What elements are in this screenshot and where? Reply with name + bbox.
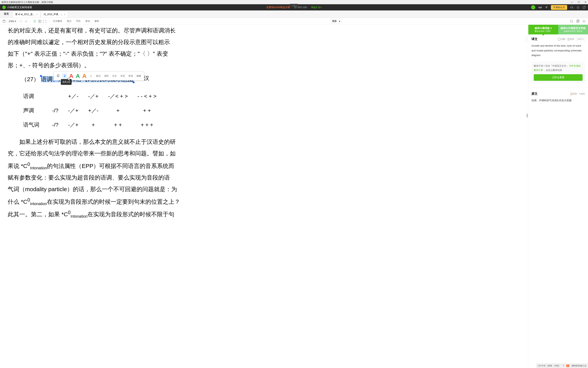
separator (49, 19, 49, 23)
ime-indicator[interactable]: CH 中文（简体，中国） (538, 364, 561, 367)
close-icon[interactable]: ✕ (585, 1, 587, 3)
selection-toolbar: A A A 笔记 语料 引文 术语 单词 搜索 汉 高亮 (H) (54, 72, 144, 80)
mouse-cursor-icon (68, 77, 70, 81)
view-select[interactable]: 视图 ▾ (330, 19, 342, 24)
sogou-icon: S (566, 365, 569, 367)
paragraph-text: 赋有参数变化：要么实现为超音段的语调、要么实现为音段的语 (8, 172, 520, 184)
app-logo-icon (2, 6, 6, 9)
ime-name[interactable]: 搜狗拼音输入法 (571, 364, 587, 367)
term-button[interactable]: 术语 (119, 73, 126, 79)
cell: + + (133, 104, 161, 118)
cell: + (104, 104, 132, 118)
checkbox[interactable] (558, 38, 560, 40)
paragraph-text: 气词（modality particle）的话，那么一个不可回避的问题就是：为 (8, 184, 520, 195)
cell: -／< + > (104, 89, 132, 103)
settings-icon[interactable] (582, 19, 586, 23)
expand-storage-link[interactable]: 网盘扩容> (311, 6, 322, 9)
cell: +／- (83, 104, 103, 118)
screenshot-icon[interactable] (43, 19, 46, 23)
svg-rect-2 (38, 20, 40, 22)
tab-close-icon[interactable]: × (36, 13, 38, 16)
panel-tab-general[interactable]: 鲸译AI通用版 ▾ 覆盖全领域 | 范围广 (528, 25, 558, 34)
scrollbar-thumb[interactable] (527, 114, 528, 118)
headset-icon[interactable] (570, 6, 573, 9)
document-viewer[interactable]: 长的对应天糸，还是有案可楷，有史可证的。尽管声调和语调消长 的准确时间难以遽定，… (0, 25, 528, 368)
user-avatar[interactable] (531, 5, 535, 9)
tab-document-1[interactable]: 曹 et al_2012_普... × (13, 11, 40, 18)
cta-button[interactable]: 立即去看看 (534, 74, 583, 81)
translation-panel: › 鲸译AI通用版 ▾ 覆盖全领域 | 范围广 鲸译AI中国语言文学版 自建学科… (528, 25, 588, 368)
cite-button[interactable]: 引文 (111, 73, 118, 79)
divider (528, 87, 588, 88)
copy-button[interactable]: 📋复制 (567, 38, 574, 41)
notes-button[interactable]: 笔记 (65, 19, 73, 24)
cell: -/? (47, 118, 63, 132)
write-button[interactable]: 写作 (75, 19, 82, 24)
paragraph-text: 形；+、- 符号的多少表强弱）。 (8, 60, 520, 71)
bell-icon[interactable] (576, 6, 579, 9)
paragraph-text: 如下（"+" 表示正值；"-" 表示负值；"?" 表不确定；"〈 〉" 表变 (8, 48, 520, 60)
minimize-icon[interactable]: — (571, 1, 573, 3)
copy-button[interactable]: 📋复制 (570, 92, 577, 95)
active-indicator (542, 34, 545, 36)
speed-read-button[interactable]: 速读 (84, 19, 91, 24)
save-icon[interactable] (2, 19, 6, 23)
cell: - - < + > (133, 89, 161, 103)
svg-point-4 (570, 20, 572, 22)
zoom-out-button[interactable]: − (19, 19, 23, 23)
tab-document-2[interactable]: 冯_2015_声调、... × (41, 11, 68, 18)
selection-handle-start[interactable] (40, 75, 42, 77)
main-toolbar: 276% ▾ − + 全文翻译 笔记 写作 速读 解析 视图 ▾ (0, 18, 588, 25)
word-button[interactable]: 单词 (127, 73, 134, 79)
item-number: （27） (21, 76, 39, 82)
note-button[interactable]: 笔记 (95, 73, 102, 79)
link-button[interactable] (88, 73, 94, 79)
font-size-select[interactable]: 14号 ▾ (576, 37, 585, 41)
cell: +／- (63, 89, 83, 103)
window-titlebar: 鲸英文文献阅读器V2.1.3-高效读文献，就用小绿鲸 — ☐ ✕ (0, 0, 588, 4)
translation-text: Growth and decline of the tone, tone of … (531, 44, 585, 58)
maximize-icon[interactable]: ☐ (578, 1, 580, 3)
tab-label: 曹 et al_2012_普... (15, 13, 35, 16)
zoom-select[interactable]: 276% ▾ (7, 19, 17, 23)
full-translate-button[interactable]: 全文翻译 (51, 19, 64, 24)
highlight-button[interactable] (62, 73, 67, 79)
table-row: 声调 -/? -／+ +／- + + + (18, 104, 161, 118)
edit-button[interactable]: ✎修改 (579, 92, 585, 95)
corpus-button[interactable]: 语料 (103, 73, 110, 79)
suggestion-box: 翻译不准？试试『中国语言文学』 学科专属的翻译引擎 ，自定义翻译结果 立即去看看 (531, 62, 585, 83)
suggest-text: ，自定义翻译结果 (544, 69, 562, 72)
analyze-button[interactable]: 解析 (93, 19, 101, 24)
paragraph-text: 果说 *C0Intonation的句法属性（EPP）可根据不同语言的音系系统而 (8, 159, 520, 172)
chevron-down-icon: ▾ (339, 20, 340, 23)
cell: -／+ (83, 89, 103, 103)
help-icon[interactable]: ? (563, 365, 564, 367)
continuous-translate-checkbox[interactable]: 连翻 (558, 38, 565, 41)
data-table: 语调 +／- -／+ -／< + > - - < + > 声调 -/? -／+ … (18, 89, 162, 132)
upgrade-button[interactable]: 开通鲸会员 (551, 5, 567, 10)
text-color-green[interactable]: A (75, 73, 80, 79)
search-button[interactable]: 搜索 (135, 73, 142, 79)
search-icon[interactable] (570, 19, 573, 23)
tab-home[interactable]: 首页 (0, 10, 13, 18)
panel-collapse-button[interactable]: › (526, 36, 528, 42)
text-color-orange[interactable]: A (82, 73, 87, 79)
copy-button[interactable] (55, 73, 61, 79)
document-tabs: 首页 曹 et al_2012_普... × 冯_2015_声调、... × (0, 10, 588, 18)
zoom-in-button[interactable]: + (24, 19, 28, 23)
text-cursor-icon[interactable] (33, 19, 36, 23)
panel-tab-specialized[interactable]: 鲸译AI中国语言文学版 自建学科术语 | 更专业 (558, 25, 588, 34)
tab-label: 冯_2015_声调、... (44, 13, 62, 16)
copy-icon[interactable] (576, 19, 579, 23)
page-layout-icon[interactable] (38, 19, 42, 23)
tab-close-icon[interactable]: × (64, 13, 65, 16)
external-link-icon[interactable] (583, 6, 586, 9)
svg-rect-3 (40, 20, 41, 22)
tab-title: 鲸译AI中国语言文学版 (561, 27, 586, 30)
tab-subtitle: 覆盖全领域 | 范围广 (535, 30, 552, 33)
separator (30, 19, 31, 23)
storage-usage: 20.7M/1.05G (294, 6, 307, 9)
promo-link[interactable]: 免费领450M网盘容量 (266, 6, 290, 9)
selection-handle-end[interactable] (133, 81, 135, 83)
app-name: 小绿鲸英文文献阅读器 (7, 6, 32, 9)
